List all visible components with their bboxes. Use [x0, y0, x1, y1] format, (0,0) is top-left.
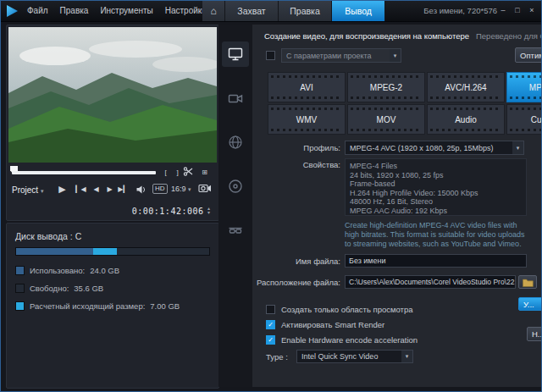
video-preview — [8, 27, 217, 163]
enlarge-preview-icon[interactable]: ⊞ — [198, 166, 211, 179]
format-mpeg4-button[interactable]: MPEG-4 — [506, 72, 542, 102]
legend-output: Расчетный исходящий размер:7.00 GB — [15, 301, 180, 311]
disk-used-segment — [16, 248, 93, 255]
maximize-icon[interactable]: □ — [512, 5, 523, 17]
play-button[interactable]: ▶ — [56, 181, 69, 196]
prev-frame-button[interactable]: ◀ — [90, 183, 102, 196]
hardware-encode-checkbox[interactable]: ✓ — [266, 335, 275, 345]
project-mode-dropdown[interactable]: Project ▾ — [12, 185, 43, 195]
legend-used-swatch — [15, 266, 25, 275]
chevron-down-icon: ▾ — [401, 351, 412, 362]
chevron-down-icon: ▾ — [188, 186, 191, 192]
menubar: Файл Правка Инструменты Настройки — [21, 1, 213, 21]
format-audio-button[interactable]: Audio — [427, 104, 505, 135]
target-computer-button[interactable] — [222, 41, 249, 67]
preview-range-only-checkbox[interactable] — [266, 305, 275, 314]
side-action-button[interactable]: У... — [518, 297, 542, 311]
chevron-down-icon: ▾ — [390, 49, 401, 62]
legend-used: Использовано:24.0 GB — [15, 266, 119, 275]
location-input[interactable]: C:\Users\Alex\Documents\Corel VideoStudi… — [345, 275, 516, 289]
project-info: Без имени, 720*576 — [423, 1, 497, 21]
page-title: Создание видео, для воспроизведения на к… — [264, 31, 542, 41]
mark-in-button[interactable]: [ — [159, 166, 172, 179]
start-button[interactable]: Н... — [527, 327, 542, 341]
trim-track[interactable] — [12, 171, 156, 174]
home-icon: ⌂ — [210, 5, 216, 17]
aspect-ratio-dropdown[interactable]: 16:9 ▾ — [171, 185, 191, 193]
legend-output-swatch — [15, 301, 25, 311]
chevron-down-icon: ▾ — [41, 188, 44, 194]
menu-tools[interactable]: Инструменты — [94, 1, 158, 21]
split-clip-icon[interactable] — [183, 166, 196, 179]
disk-output-segment — [93, 248, 116, 255]
folder-icon — [522, 278, 534, 287]
smart-render-label: Активировать Smart Render — [281, 320, 384, 329]
tab-edit[interactable]: Правка — [279, 1, 332, 21]
tab-capture[interactable]: Захват — [225, 1, 279, 21]
app-window: Файл Правка Инструменты Настройки ⌂ Захв… — [0, 0, 542, 392]
menu-edit[interactable]: Правка — [54, 1, 95, 21]
format-description: Create high-definition MPEG-4 AVC video … — [345, 221, 531, 249]
preview-range-only-label: Создать только область просмотра — [281, 305, 413, 314]
preview-panel: [ ] ⊞ Project ▾ ▶ ▎◀ ◀ ▶ ▶▎ HD 16:9 ▾ — [6, 25, 219, 221]
output-disk-panel: Диск вывода : C Использовано:24.0 GB Сво… — [6, 223, 219, 389]
target-disc-button[interactable] — [222, 174, 249, 199]
share-target-toolbar — [218, 25, 252, 387]
target-3d-button[interactable] — [222, 218, 249, 243]
share-settings-panel: Создание видео, для воспроизведения на к… — [252, 25, 542, 387]
titlebar: Файл Правка Инструменты Настройки ⌂ Захв… — [1, 1, 541, 22]
legend-free-swatch — [15, 284, 25, 293]
target-device-button[interactable] — [222, 86, 249, 111]
workspace-tabs: ⌂ Захват Правка Вывод — [202, 1, 385, 21]
location-label: Расположение файла: — [254, 278, 340, 287]
smart-render-checkbox[interactable]: ✓ — [266, 320, 275, 329]
tab-home[interactable]: ⌂ — [202, 1, 225, 21]
filename-label: Имя файла: — [254, 257, 340, 266]
format-custom-button[interactable]: Custom — [506, 104, 542, 135]
format-wmv-button[interactable]: WMV — [268, 104, 346, 135]
same-as-project-dropdown[interactable]: С параметрами проекта ▾ — [281, 48, 401, 63]
filename-input[interactable]: Без имени — [345, 254, 527, 268]
go-end-button[interactable]: ▶▎ — [117, 183, 130, 196]
mark-out-button[interactable]: ] — [171, 166, 184, 179]
format-avc-h264-button[interactable]: AVC/H.264 — [427, 72, 505, 102]
same-as-project-checkbox[interactable] — [266, 51, 275, 60]
minimize-icon[interactable]: – — [497, 5, 509, 17]
window-controls: – □ × — [497, 1, 538, 21]
app-logo-icon — [5, 3, 20, 19]
encoder-type-label: Type : — [266, 352, 288, 362]
menu-file[interactable]: Файл — [21, 1, 54, 21]
profile-dropdown[interactable]: MPEG-4 AVC (1920 x 1080, 25p, 15Mbps) ▾ — [345, 141, 524, 155]
hd-preview-toggle[interactable]: HD — [152, 184, 168, 194]
translator-note: Переведено для CWE — [476, 31, 542, 41]
chevron-down-icon: ▾ — [512, 141, 523, 154]
volume-icon[interactable] — [136, 185, 147, 195]
check-icon: ✓ — [268, 321, 274, 329]
snapshot-icon[interactable] — [198, 183, 212, 194]
timecode-display[interactable]: 0:00:1:42:006 ▴▾ — [132, 202, 210, 218]
check-icon: ✓ — [268, 336, 274, 344]
legend-free: Свободно:35.6 GB — [15, 284, 103, 293]
go-start-button[interactable]: ▎◀ — [75, 183, 87, 196]
profile-label: Профиль: — [254, 143, 340, 152]
tab-share[interactable]: Вывод — [332, 1, 385, 21]
format-mpeg2-button[interactable]: MPEG-2 — [347, 72, 425, 102]
properties-label: Свойства: — [254, 160, 340, 169]
disk-usage-bar — [15, 247, 210, 256]
disk-panel-title: Диск вывода : C — [15, 231, 81, 241]
close-icon[interactable]: × — [526, 5, 538, 17]
hardware-encode-label: Enable Hardware encode acceleration — [281, 335, 418, 345]
format-mov-button[interactable]: MOV — [347, 104, 425, 135]
optimizer-button[interactable]: Оптим... — [515, 47, 542, 63]
browse-folder-button[interactable] — [518, 275, 537, 289]
properties-box: MPEG-4 Files 24 bits, 1920 x 1080, 25 fp… — [345, 158, 527, 216]
next-frame-button[interactable]: ▶ — [103, 183, 116, 196]
encoder-type-dropdown[interactable]: Intel Quick Sync Video ▾ — [296, 350, 413, 363]
target-web-button[interactable] — [222, 130, 249, 155]
format-avi-button[interactable]: AVI — [268, 72, 346, 102]
